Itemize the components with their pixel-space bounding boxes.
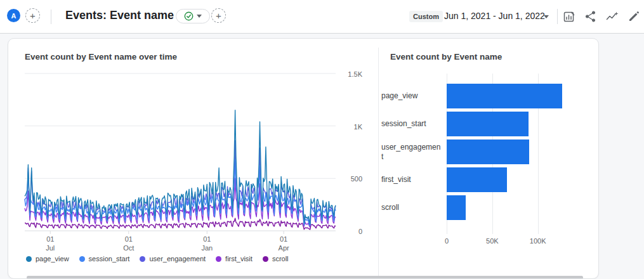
- legend-item-page_view[interactable]: page_view: [26, 255, 69, 263]
- date-range[interactable]: Jun 1, 2021 - Jun 1, 2022: [444, 11, 545, 21]
- bar-axis-label: 50K: [480, 237, 505, 245]
- legend-label: user_engagement: [149, 255, 206, 263]
- share-button[interactable]: [584, 10, 598, 23]
- legend-label: page_view: [36, 255, 69, 263]
- bar-first_visit[interactable]: [447, 167, 507, 192]
- insights-button[interactable]: [605, 10, 619, 23]
- legend-dot-icon: [140, 256, 145, 262]
- page-title: Events: Event name: [65, 9, 174, 22]
- x-axis-label: 01Jul: [37, 235, 63, 253]
- legend-label: session_start: [89, 255, 130, 263]
- x-axis-label: 01Oct: [116, 235, 141, 253]
- bar-axis-label: 100K: [525, 237, 551, 245]
- bar-category-label: session_start: [381, 112, 442, 136]
- bar-category-label: user_engagement: [381, 140, 442, 164]
- legend-dot-icon: [79, 256, 85, 262]
- y-axis-label: 1K: [341, 123, 362, 131]
- toolbar-divider: [557, 9, 558, 24]
- status-dropdown-caret-icon: [197, 15, 202, 18]
- date-range-type-badge: Custom: [409, 11, 443, 22]
- customize-report-icon: [563, 10, 575, 23]
- chart-legend: page_viewsession_startuser_engagementfir…: [26, 255, 289, 263]
- x-axis-label: 01Jan: [194, 235, 220, 253]
- x-axis-label: 01Apr: [271, 235, 296, 253]
- check-circle-icon: [184, 11, 194, 21]
- card-horizontal-scrollbar[interactable]: [27, 276, 583, 279]
- top-bar: A + Events: Event name + Custom Jun 1, 2…: [0, 0, 644, 34]
- section-divider: [378, 48, 379, 279]
- report-card: Event count by Event name over time 0500…: [8, 38, 599, 279]
- y-axis-label: 1.5K: [341, 70, 362, 78]
- bar-session_start[interactable]: [447, 112, 529, 136]
- legend-item-first_visit[interactable]: first_visit: [216, 255, 253, 263]
- legend-label: first_visit: [225, 255, 253, 263]
- bar-user_engagement[interactable]: [447, 140, 529, 164]
- legend-label: scroll: [272, 255, 289, 263]
- date-range-caret-icon[interactable]: [544, 15, 549, 18]
- toolbar-icons: [562, 10, 641, 23]
- share-icon: [584, 10, 597, 23]
- bar-chart-title: Event count by Event name: [390, 52, 502, 62]
- pencil-icon: [628, 10, 640, 23]
- legend-item-user_engagement[interactable]: user_engagement: [140, 255, 206, 263]
- bar-category-label: scroll: [381, 195, 442, 220]
- header-divider: [51, 10, 51, 24]
- status-pill[interactable]: [176, 9, 210, 23]
- legend-dot-icon: [26, 256, 32, 262]
- add-comparison-button[interactable]: +: [211, 8, 226, 23]
- legend-dot-icon: [263, 256, 268, 262]
- add-tab-button[interactable]: +: [25, 8, 40, 23]
- legend-dot-icon: [216, 256, 221, 262]
- bar-scroll[interactable]: [447, 195, 466, 220]
- legend-item-session_start[interactable]: session_start: [79, 255, 130, 263]
- edit-button[interactable]: [627, 10, 641, 23]
- bar-page_view[interactable]: [447, 84, 562, 108]
- legend-item-scroll[interactable]: scroll: [263, 255, 289, 263]
- account-avatar[interactable]: A: [7, 9, 20, 22]
- bar-category-label: page_view: [381, 84, 442, 108]
- y-axis-label: 0: [341, 228, 362, 235]
- bar-axis-label: 0: [434, 237, 459, 245]
- customize-report-button[interactable]: [562, 10, 576, 23]
- y-axis-label: 500: [341, 175, 362, 183]
- bar-category-label: first_visit: [381, 167, 442, 192]
- insights-icon: [605, 10, 619, 23]
